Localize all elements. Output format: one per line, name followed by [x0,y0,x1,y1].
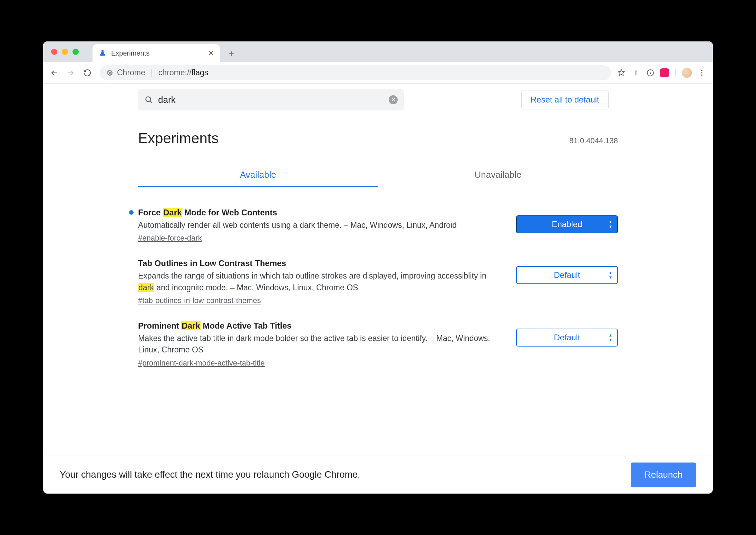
flag-row: Prominent Dark Mode Active Tab TitlesMak… [138,318,618,380]
info-icon[interactable] [646,68,655,78]
extension-icon[interactable] [631,68,641,78]
search-icon [144,95,153,104]
flag-select[interactable]: Enabled▲▼ [516,215,618,233]
profile-avatar[interactable] [682,68,692,78]
forward-button[interactable] [64,66,78,80]
flags-search-box[interactable]: ✕ [138,89,404,110]
flag-anchor-link[interactable]: #tab-outlines-in-low-contrast-themes [138,296,261,305]
extension-pink-icon[interactable] [660,68,669,77]
flag-select[interactable]: Default▲▼ [516,266,618,284]
reset-all-button[interactable]: Reset all to default [521,90,609,109]
flags-header: ✕ Reset all to default [43,84,713,116]
tab-close-button[interactable]: ✕ [208,49,214,57]
flag-select-value: Enabled [552,220,582,229]
tab-strip: Experiments ✕ ＋ [43,41,713,62]
toolbar-right [617,68,709,78]
flag-title: Prominent Dark Mode Active Tab Titles [138,321,502,331]
tab-available[interactable]: Available [138,164,378,187]
omnibox-app-label: Chrome [117,68,145,77]
browser-tab[interactable]: Experiments ✕ [93,44,220,62]
browser-window: Experiments ✕ ＋ Chrome | chrome://flags [43,41,713,494]
flag-select-value: Default [554,270,580,280]
flag-select-value: Default [554,333,580,342]
flag-anchor-link[interactable]: #prominent-dark-mode-active-tab-title [138,359,265,367]
flag-anchor-link[interactable]: #enable-force-dark [138,234,202,242]
chrome-icon [106,69,114,77]
address-bar[interactable]: Chrome | chrome://flags [100,65,611,80]
window-maximize-button[interactable] [72,49,79,55]
flag-description: Automatically render all web contents us… [138,220,502,231]
menu-button[interactable] [697,68,707,78]
window-close-button[interactable] [51,49,57,55]
flag-title: Force Dark Mode for Web Contents [138,208,502,217]
relaunch-bar: Your changes will take effect the next t… [43,456,713,494]
flag-title: Tab Outlines in Low Contrast Themes [138,259,502,268]
flag-description: Expands the range of situations in which… [138,270,502,293]
window-controls [48,49,93,55]
back-button[interactable] [47,66,61,80]
select-arrows-icon: ▲▼ [609,333,612,342]
omnibox-url: flags [192,68,209,77]
flags-search-input[interactable] [158,95,384,105]
page-content: ✕ Reset all to default Experiments 81.0.… [43,84,713,456]
svg-point-2 [701,72,702,74]
omnibox-url-prefix: chrome:// [158,68,192,77]
chrome-version: 81.0.4044.138 [569,136,618,145]
svg-point-3 [701,74,702,76]
svg-point-4 [146,97,151,101]
page-title: Experiments [138,130,219,147]
modified-indicator [129,210,134,215]
select-arrows-icon: ▲▼ [609,220,612,228]
window-minimize-button[interactable] [62,49,68,55]
tab-unavailable[interactable]: Unavailable [378,164,618,187]
relaunch-button[interactable]: Relaunch [631,463,696,487]
relaunch-message: Your changes will take effect the next t… [60,469,360,480]
bookmark-star-icon[interactable] [617,68,626,78]
flag-description: Makes the active tab title in dark mode … [138,333,502,356]
reload-button[interactable] [80,66,94,80]
flags-list: Force Dark Mode for Web ContentsAutomati… [138,204,618,380]
flask-icon [99,49,106,57]
new-tab-button[interactable]: ＋ [224,46,239,61]
toolbar: Chrome | chrome://flags [43,62,713,84]
flag-row: Force Dark Mode for Web ContentsAutomati… [138,204,618,255]
flag-select[interactable]: Default▲▼ [516,329,618,347]
select-arrows-icon: ▲▼ [609,271,612,279]
flag-row: Tab Outlines in Low Contrast ThemesExpan… [138,255,618,318]
flags-tabs: Available Unavailable [138,164,618,187]
clear-search-button[interactable]: ✕ [389,95,398,104]
tab-title: Experiments [111,49,203,57]
svg-point-1 [701,70,702,71]
